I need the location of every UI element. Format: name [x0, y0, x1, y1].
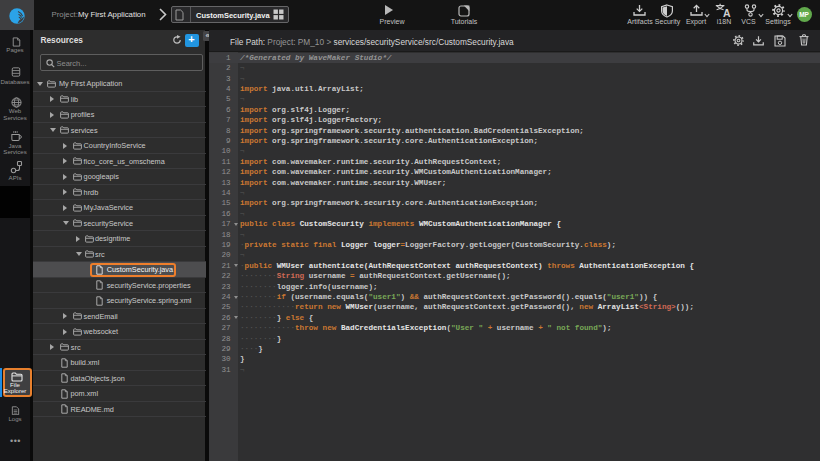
svg-text:A: A: [723, 7, 731, 18]
